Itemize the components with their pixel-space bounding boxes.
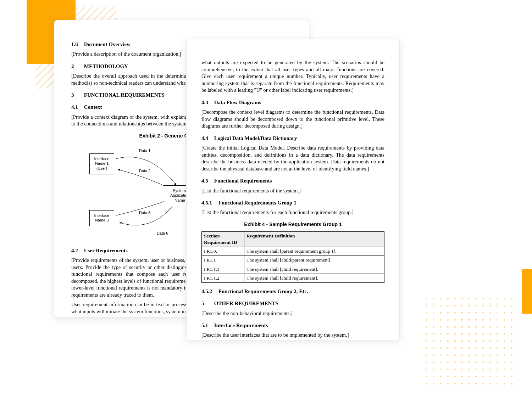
heading-4-5: 4.5 Functional Requirements bbox=[201, 177, 384, 184]
diagram-text: Name 1 bbox=[95, 161, 109, 165]
diagram-text: Interface bbox=[94, 157, 110, 161]
heading-number: 4.1 bbox=[71, 103, 83, 111]
heading-text: METHODOLOGY bbox=[84, 63, 128, 69]
diagram-text: Interface bbox=[94, 213, 110, 218]
th-line2: Requirement ID bbox=[204, 240, 237, 245]
heading-number: 5.1 bbox=[201, 322, 213, 329]
heading-text: Functional Requirements Group 2, Etc. bbox=[218, 288, 308, 294]
heading-number: 4.4 bbox=[201, 135, 213, 142]
heading-4-5-2: 4.5.2 Functional Requirements Group 2, E… bbox=[201, 288, 384, 295]
heading-number: 4.5.1 bbox=[201, 199, 217, 206]
heading-text: User Requirements bbox=[84, 248, 128, 253]
cell-req-def: The system shall [child requirement]. bbox=[244, 274, 384, 282]
decorative-dots-br bbox=[426, 298, 518, 390]
cell-req-def: The system shall [parent requirement gro… bbox=[244, 247, 384, 256]
cell-req-id: FR1.0. bbox=[202, 247, 244, 256]
diagram-label: Data 6 bbox=[157, 231, 168, 236]
cell-req-id: FR1.1 bbox=[202, 256, 244, 265]
table-row: FR1.0.The system shall [parent requireme… bbox=[202, 247, 384, 256]
diagram-text: Name bbox=[174, 198, 185, 202]
heading-text: FUNCTIONAL REQUIREMENTS bbox=[84, 92, 165, 98]
heading-text: Context bbox=[84, 104, 102, 110]
heading-5-1: 5.1 Interface Requirements bbox=[201, 322, 384, 329]
body-4-5-1: [List the functional requirements for ea… bbox=[201, 209, 384, 216]
heading-4-4: 4.4 Logical Data Model/Data Dictionary bbox=[201, 135, 384, 142]
cell-req-id: FR1.1.1 bbox=[202, 265, 244, 274]
heading-number: 4.5.2 bbox=[201, 288, 217, 295]
body-4-5: [List the functional requirements of the… bbox=[201, 187, 384, 195]
diagram-label: Data 2 bbox=[139, 168, 150, 174]
body-continued: what outputs are expected to be generate… bbox=[201, 59, 384, 94]
heading-text: Logical Data Model/Data Dictionary bbox=[214, 135, 297, 141]
body-4-4: [Create the initial Logical Data Model. … bbox=[201, 145, 384, 172]
exhibit-4-title: Exhibit 4 - Sample Requirements Group 1 bbox=[201, 221, 384, 228]
cell-req-def: The system shall [child requirement]. bbox=[244, 265, 384, 274]
heading-number: 2 bbox=[71, 63, 83, 70]
heading-number: 4.5 bbox=[201, 177, 213, 184]
heading-number: 3 bbox=[71, 91, 83, 99]
diagram-node-1: Interface Name 1 (User) bbox=[89, 153, 114, 174]
heading-number: 5 bbox=[201, 300, 213, 307]
heading-text: Functional Requirements Group 1 bbox=[218, 200, 297, 206]
heading-text: OTHER REQUIREMENTS bbox=[214, 301, 278, 306]
heading-number: 4.2 bbox=[71, 247, 83, 254]
heading-number: 1.6 bbox=[71, 41, 83, 48]
requirements-table: Section/ Requirement ID Requirement Defi… bbox=[201, 231, 384, 283]
heading-number: 4.3 bbox=[201, 99, 213, 106]
cell-req-def: The system shall [child/parent requireme… bbox=[244, 256, 384, 265]
heading-4-3: 4.3 Data Flow Diagrams bbox=[201, 99, 384, 106]
document-page-front: what outputs are expected to be generate… bbox=[186, 39, 400, 340]
heading-5: 5 OTHER REQUIREMENTS bbox=[201, 300, 384, 307]
body-5-1: [Describe the user interfaces that are t… bbox=[201, 332, 384, 339]
diagram-node-3: Interface Name 3 bbox=[89, 210, 114, 226]
heading-text: Functional Requirements bbox=[214, 178, 272, 184]
heading-text: Document Overview bbox=[84, 41, 131, 47]
heading-text: Interface Requirements bbox=[214, 322, 268, 328]
body-5: [Describe the non-behavioral requirement… bbox=[201, 310, 384, 317]
table-header-section-id: Section/ Requirement ID bbox=[202, 231, 244, 247]
diagram-label: Data 1 bbox=[139, 148, 150, 153]
table-row: FR1.1.1The system shall [child requireme… bbox=[202, 265, 384, 274]
table-header-definition: Requirement Definition bbox=[244, 231, 384, 247]
diagram-text: Name 3 bbox=[95, 218, 109, 222]
diagram-text: (User) bbox=[96, 166, 107, 170]
diagram-text: System/ bbox=[173, 189, 187, 193]
cell-req-id: FR1.1.2 bbox=[202, 274, 244, 282]
heading-text: Data Flow Diagrams bbox=[214, 100, 261, 105]
diagram-label: Data 5 bbox=[139, 210, 150, 215]
decorative-bar-br bbox=[522, 269, 532, 314]
body-4-3: [Decompose the context level diagrams to… bbox=[201, 109, 384, 130]
table-row: FR1.1.2The system shall [child requireme… bbox=[202, 274, 384, 282]
th-line1: Section/ bbox=[204, 233, 220, 239]
heading-4-5-1: 4.5.1 Functional Requirements Group 1 bbox=[201, 199, 384, 206]
table-row: FR1.1The system shall [child/parent requ… bbox=[202, 256, 384, 265]
